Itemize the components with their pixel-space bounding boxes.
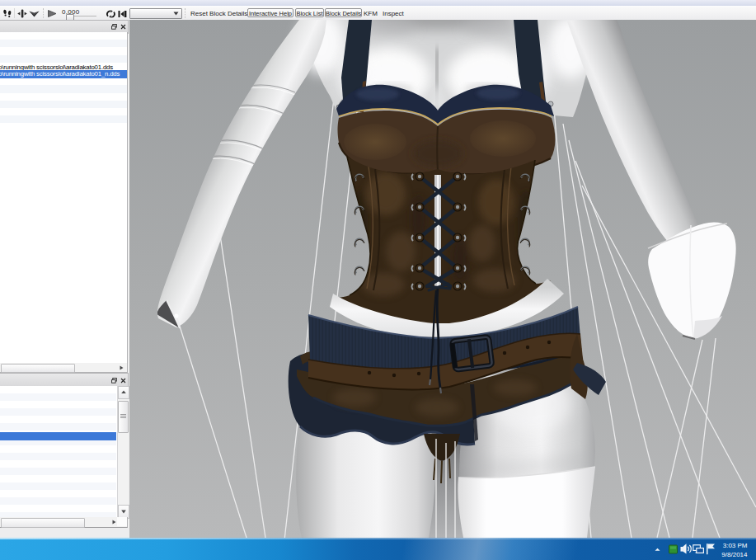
svg-text:3:03 PM: 3:03 PM [723,542,748,549]
svg-text:9/8/2014: 9/8/2014 [721,551,748,558]
